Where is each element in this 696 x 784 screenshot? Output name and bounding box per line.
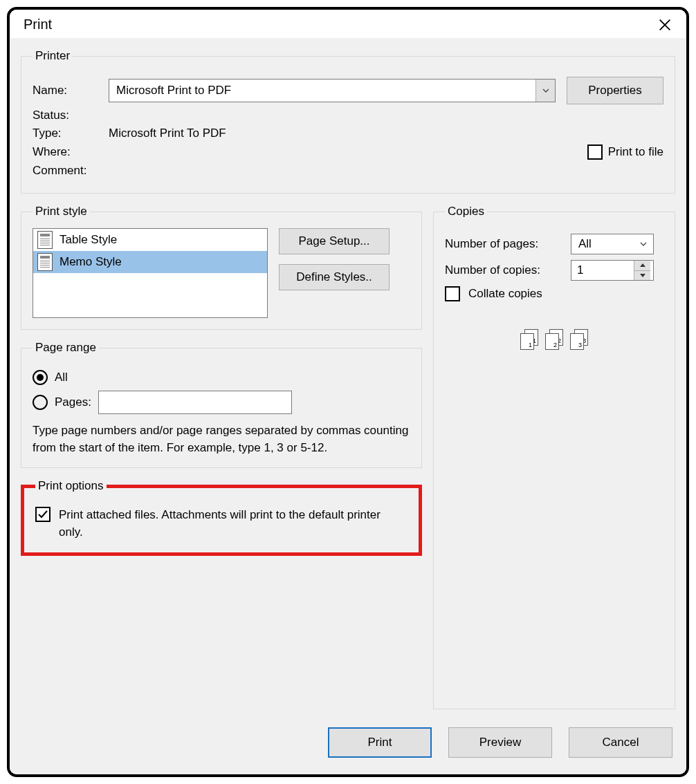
print-style-group: Print style Table Style Memo Style: [21, 205, 422, 330]
chevron-down-icon: [634, 234, 653, 254]
page-range-all-radio[interactable]: [33, 370, 48, 385]
page-range-all-label: All: [55, 371, 68, 384]
printer-name-value: Microsoft Print to PDF: [109, 80, 535, 102]
print-button[interactable]: Print: [328, 727, 432, 758]
define-styles-button[interactable]: Define Styles..: [279, 264, 390, 290]
number-of-pages-value: All: [571, 234, 634, 254]
printer-type-label: Type:: [33, 127, 109, 140]
print-attached-label: Print attached files. Attachments will p…: [59, 507, 407, 541]
copies-legend: Copies: [445, 205, 487, 218]
memo-style-icon: [37, 253, 53, 271]
table-style-icon: [37, 231, 53, 249]
preview-button[interactable]: Preview: [448, 727, 552, 758]
page-stack-icon: 2 2: [545, 329, 563, 350]
print-to-file-checkbox[interactable]: [587, 144, 603, 160]
properties-button[interactable]: Properties: [567, 77, 663, 104]
number-of-copies-label: Number of copies:: [445, 263, 562, 277]
printer-name-select[interactable]: Microsoft Print to PDF: [109, 79, 556, 102]
style-item-table[interactable]: Table Style: [33, 229, 267, 251]
page-range-pages-label: Pages:: [55, 395, 91, 409]
print-options-legend: Print options: [35, 479, 107, 493]
print-style-list[interactable]: Table Style Memo Style: [33, 228, 268, 318]
number-of-pages-select[interactable]: All: [571, 234, 654, 254]
spinner-up-icon[interactable]: [634, 261, 650, 271]
print-dialog: Print Printer Name: Microsoft Print to P…: [7, 7, 689, 777]
style-item-label: Memo Style: [59, 255, 122, 269]
page-range-legend: Page range: [33, 341, 99, 355]
page-range-group: Page range All Pages: Type page numbers …: [21, 341, 422, 468]
page-stack-icon: 1 1: [520, 329, 538, 350]
page-range-hint: Type page numbers and/or page ranges sep…: [33, 422, 410, 456]
cancel-button[interactable]: Cancel: [569, 727, 672, 758]
style-item-memo[interactable]: Memo Style: [33, 251, 267, 273]
printer-comment-label: Comment:: [33, 164, 109, 178]
collate-illustration: 1 1 2 2 3 3: [445, 329, 663, 350]
collate-label: Collate copies: [468, 287, 542, 301]
dialog-title: Print: [24, 17, 52, 32]
spinner-down-icon[interactable]: [634, 271, 650, 281]
printer-group: Printer Name: Microsoft Print to PDF Pro…: [21, 49, 675, 194]
print-options-group: Print options Print attached files. Atta…: [21, 479, 422, 555]
collate-checkbox[interactable]: [445, 286, 460, 301]
printer-where-label: Where:: [33, 145, 109, 159]
page-stack-icon: 3 3: [570, 329, 588, 350]
dialog-body: Printer Name: Microsoft Print to PDF Pro…: [10, 38, 686, 774]
style-item-label: Table Style: [59, 233, 117, 247]
dialog-footer: Print Preview Cancel: [21, 715, 675, 760]
close-icon[interactable]: [657, 17, 672, 32]
print-style-legend: Print style: [33, 205, 90, 218]
chevron-down-icon: [535, 80, 555, 102]
number-of-copies-spinner[interactable]: [571, 260, 654, 281]
copies-group: Copies Number of pages: All Number of co…: [433, 205, 675, 709]
page-setup-button[interactable]: Page Setup...: [279, 228, 390, 254]
printer-status-label: Status:: [33, 109, 109, 122]
printer-name-label: Name:: [33, 84, 109, 97]
print-attached-checkbox[interactable]: [35, 507, 51, 522]
number-of-pages-label: Number of pages:: [445, 237, 562, 251]
page-range-pages-input[interactable]: [98, 391, 292, 414]
titlebar: Print: [10, 10, 686, 38]
printer-type-value: Microsoft Print To PDF: [109, 127, 663, 140]
page-range-pages-radio[interactable]: [33, 395, 48, 410]
number-of-copies-input[interactable]: [571, 261, 634, 280]
printer-legend: Printer: [33, 49, 73, 63]
print-to-file-label: Print to file: [608, 145, 663, 159]
